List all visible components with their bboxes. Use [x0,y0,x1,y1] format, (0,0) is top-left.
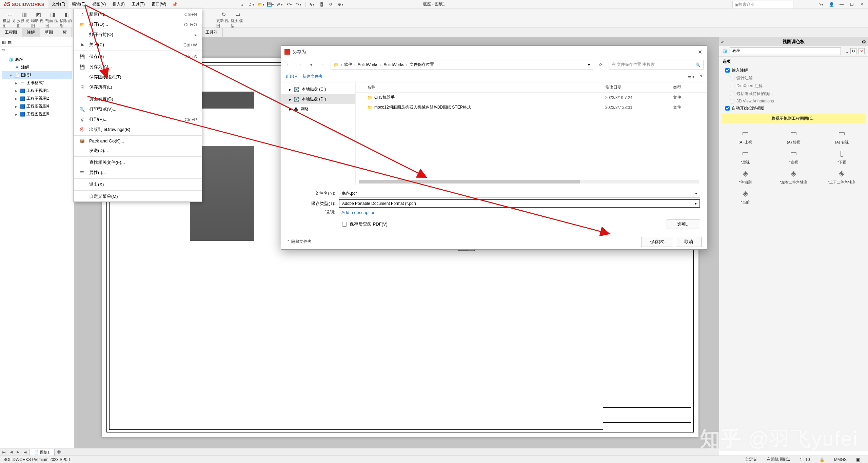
tree-tab-2-icon[interactable]: ▤ [8,40,12,44]
hide-folders-button[interactable]: ⌃隐藏文件夹 [287,239,312,245]
qat-print-icon[interactable]: 🖨▾ [275,1,284,8]
file-print[interactable]: 🖨打印(P)...Ctrl+P [74,114,202,124]
file-open[interactable]: 📂打开(O)...Ctrl+O [74,19,202,30]
maximize-button[interactable]: ☐ [847,1,856,8]
menu-tools[interactable]: 工具(T) [128,0,148,8]
qat-settings-icon[interactable]: ⚙▾ [336,1,345,8]
file-new[interactable]: 🗋新建(N)...Ctrl+N [74,9,202,19]
filter-icon[interactable]: ▽ [0,47,74,54]
menu-insert[interactable]: 插入(I) [109,0,128,8]
file-publish-edrawings[interactable]: ⓔ出版到 eDrawings(B) [74,124,202,135]
add-sheet-icon[interactable]: ➕ [55,450,63,454]
qat-new-icon[interactable]: 🗋▾ [247,1,256,8]
refresh-views-icon[interactable]: ↻ [850,48,856,54]
help-icon[interactable]: ?▾ [816,1,826,8]
sheet-tab-1[interactable]: 📄 图纸1 [29,449,55,456]
clear-icon[interactable]: ✕ [859,48,865,54]
list-row[interactable]: 📁CH3机器手 2023/8/19 7:24文件 [356,93,707,102]
sheet-next2-icon[interactable]: ▶ [15,450,21,454]
save-button[interactable]: 保存(S) [642,237,673,247]
qat-redo-icon[interactable]: ↷▾ [294,1,303,8]
search-command-box[interactable]: ▣ 搜索命令 [732,1,793,8]
tab-mark[interactable]: 标 [58,28,72,37]
file-save-all[interactable]: 🗄保存所有(L) [74,82,202,92]
status-scale[interactable]: 1 : 10 [795,457,815,462]
close-window-button[interactable]: ✕ [857,1,867,8]
file-exit[interactable]: 退出(X) [74,179,202,190]
tree-sheet-format[interactable]: ▸▭图纸格式1 [2,79,72,87]
view-iso[interactable]: ◈*等轴测 [722,168,769,185]
view-back[interactable]: ▭*后视 [722,148,769,165]
side-disk-c[interactable]: ▸💽本地磁盘 (C:) [281,84,355,94]
path-breadcrumb[interactable]: 📁 ›软件 ›SolidWorks ›SolidWorks ›文件保存位置 ▾ [331,60,593,70]
dialog-close-button[interactable]: ✕ [695,48,705,56]
filename-field[interactable]: 底座.pdf▾ [339,189,700,198]
list-row[interactable]: 📁moco12伺服四足机器人机械狗结构3D图纸 STEP格式 2023/8/7 … [356,102,707,112]
chk-auto-project[interactable] [725,106,730,111]
file-pack-and-go[interactable]: 📦Pack and Go(K)... [74,136,202,146]
ribbon-section-view[interactable]: ◨剖面 视图 [45,10,60,28]
cancel-button[interactable]: 取消 [676,237,702,247]
tree-sheet1[interactable]: ▾📄图纸1 [2,71,72,79]
file-save-as[interactable]: 💾另存为(A)... [74,62,202,72]
tree-view1[interactable]: ▸🟦工程图视图1 [2,87,72,95]
ribbon-proj-view[interactable]: ▥投影 视图 [17,10,31,28]
view-right[interactable]: ▭(A) 右视 [818,128,865,145]
chk-import-annot[interactable] [725,68,730,73]
help-icon[interactable]: ? [700,74,702,79]
dialog-search-box[interactable]: 在 文件保存位置 中搜索 🔍 [609,60,704,70]
menu-window[interactable]: 窗口(W) [148,0,170,8]
new-folder-button[interactable]: 新建文件夹 [302,74,323,79]
options-button[interactable]: 选项... [667,219,700,229]
nav-recent-icon[interactable]: ▾ [308,61,315,69]
view-top[interactable]: ▭(A) 上视 [722,128,769,145]
view-mode-icon[interactable]: ☰ ▾ [688,74,694,79]
status-lock-icon[interactable]: 🔒 [815,457,829,462]
file-save-format[interactable]: 保存图纸格式(T)... [74,72,202,82]
file-save[interactable]: 💾保存(S)Ctrl+S [74,52,202,62]
tree-tab-1-icon[interactable]: ▥ [2,40,6,44]
ribbon-model-view[interactable]: ▭模型 视图 [3,10,17,28]
sheet-next-icon[interactable]: ⏭ [21,450,29,454]
tab-sketch[interactable]: 草图 [40,28,58,37]
file-open-current[interactable]: 打开当前(O)▸ [74,30,202,40]
nav-back-icon[interactable]: ← [284,61,292,69]
side-disk-d[interactable]: ▸💽本地磁盘 (D:) [281,94,355,104]
view-dimetric-lr[interactable]: ◈*左右二等角轴测 [770,168,817,185]
qat-select-icon[interactable]: ⬉▾ [308,1,316,8]
tab-annotation[interactable]: 注解 [22,28,40,37]
qat-save-icon[interactable]: 💾▾ [266,1,275,8]
menu-view[interactable]: 视图(V) [89,0,109,8]
refresh-icon[interactable]: ⟳ [597,61,605,69]
qat-open-icon[interactable]: 📂▾ [256,1,265,8]
qat-undo-icon[interactable]: ↶▾ [285,1,294,8]
file-properties[interactable]: ☷属性(I)... [74,168,202,178]
tree-annotations[interactable]: A注解 [2,63,72,71]
pin-icon[interactable]: 📌 [170,2,180,7]
qat-stoplight-icon[interactable]: 🚦 [317,1,326,8]
view-current[interactable]: ◈*当前 [722,188,769,205]
filetype-field[interactable]: Adobe Portable Document Format (*.pdf)▾ [339,199,700,208]
view-dimetric-ud[interactable]: ◈*上下二等角轴测 [818,168,865,185]
view-front[interactable]: ▭(A) 前视 [770,128,817,145]
description-field[interactable]: Add a description [339,210,375,215]
menu-edit[interactable]: 编辑(E) [68,0,89,8]
view-bottom[interactable]: ▯*下视 [818,148,865,165]
ribbon-replace-model[interactable]: ⇄替换 模型 [231,10,245,28]
status-units[interactable]: MMGS [829,457,851,462]
tree-root[interactable]: 🧊底座 [2,56,72,63]
expand-icon[interactable]: « [721,39,724,44]
view-after-save-checkbox[interactable] [342,222,347,227]
qat-rebuild-icon[interactable]: ⟳ [327,1,335,8]
sheet-prev2-icon[interactable]: ◀ [8,450,15,454]
tree-view2[interactable]: ▸🟦工程图视图2 [2,95,72,102]
menu-file[interactable]: 文件(F) [48,0,68,8]
ribbon-update-view[interactable]: ↻更新 视图 [216,10,231,28]
minimize-button[interactable]: — [837,1,846,8]
gear-icon[interactable]: ⚙ [862,39,866,44]
file-close[interactable]: ✖关闭(C)Ctrl+W [74,40,202,50]
horizontal-scrollbar[interactable] [359,180,699,184]
tree-view4[interactable]: ▸🟦工程图视图4 [2,102,72,110]
file-customize[interactable]: 自定义菜单(M) [74,191,202,201]
side-network[interactable]: ▸🖧网络 [281,104,355,114]
